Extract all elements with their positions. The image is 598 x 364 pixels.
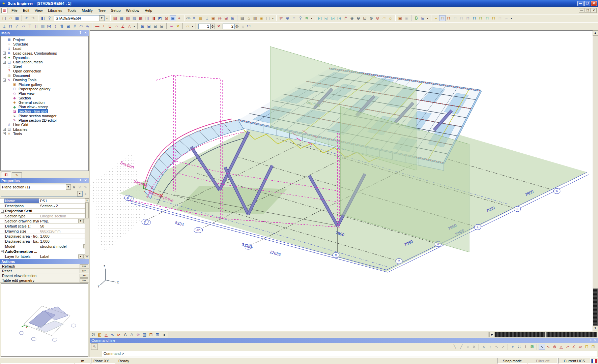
section-box-icon[interactable]: ▦ [118,15,125,21]
filter-edit-icon[interactable]: ∇ [71,185,77,189]
restore-button[interactable]: ❐ [584,1,590,6]
viewport-canvas[interactable]: BAABCD2345683343138522685780079507950594… [90,30,593,331]
tree-item-paperspace-gallery[interactable]: ▢Paperspace gallery [1,87,88,91]
light-icon[interactable]: ☼ [387,15,394,21]
mdi-restore-button[interactable]: ❐ [585,8,591,13]
column-icon[interactable]: ⌶ [1,23,7,29]
open-viewpoint-icon[interactable]: ▱ [381,15,387,21]
more-options-icon[interactable]: ▾ [426,15,429,21]
expander-icon[interactable]: + [3,61,6,64]
undo-icon[interactable]: ↶ [24,15,30,21]
vertical-member-icon[interactable]: ↕ [52,23,59,29]
chevron-down-icon[interactable]: ▼ [77,191,82,196]
print-preview-icon[interactable]: ⌂ [246,15,252,21]
action-more-button[interactable]: >>> [80,278,88,282]
tree-item-drawing-tools[interactable]: -✎Drawing Tools [1,78,88,82]
action-reset[interactable]: Reset>>> [0,269,89,273]
materials-icon[interactable]: ▦ [197,15,204,21]
table-find-icon[interactable]: ⊓ [471,15,478,21]
horizontal-scroll-track[interactable] [168,332,489,337]
menu-view[interactable]: View [32,7,46,13]
node-snap-icon[interactable]: ↖ [545,344,551,350]
render-filled-icon[interactable]: ▧ [125,15,131,21]
tree-item-structure[interactable]: ⌂Structure [1,42,88,46]
property-value[interactable]: 668x326mm [40,229,88,233]
draw-circle-icon[interactable]: ○ [113,23,120,29]
slab-icon[interactable]: ▥ [39,23,46,29]
wireframe-icon[interactable]: ∅ [90,332,96,338]
property-value[interactable]: Label [40,254,78,259]
minimize-button[interactable]: — [577,1,583,6]
scale-main-spinner[interactable]: 1▲▼ [198,24,215,29]
property-grid-scrollbar[interactable]: ▲▼ [85,199,89,259]
more-options-icon[interactable]: ▾ [105,15,109,21]
action-revert-view-direction[interactable]: Revert view direction>>> [0,273,89,278]
menu-modify[interactable]: Modify [79,7,95,13]
property-row-displayed-area-fro-[interactable]: Displayed area - fro...1,000 [0,234,89,239]
table-edit-icon[interactable]: ⊓ [446,15,452,21]
show-labels-icon[interactable]: ◩ [157,15,163,21]
label-flag-icon[interactable]: ⊳ [116,332,122,338]
tree-item-document[interactable]: ▥Document [1,73,88,78]
property-row-section-drawing-style[interactable]: Section drawing styleProj1▼... [0,219,89,224]
pin-icon[interactable]: ↧ [590,339,592,342]
intersection-snap-icon[interactable]: ⊗ [551,344,558,350]
collapse-group-icon[interactable]: − [1,210,4,213]
open-drawing-icon[interactable]: ▱ [184,23,191,29]
transform-icon[interactable]: ⇄ [278,15,284,21]
snap-angle-icon[interactable]: ∧ [481,344,487,350]
cursor-snap-icon[interactable]: ⌖ [510,344,516,350]
layers-icon[interactable]: ≡ [191,15,197,21]
tree-item-section-line-grid[interactable]: ◪Section - line grid [1,109,88,114]
menu-tree[interactable]: Tree [95,7,108,13]
tree-item-open-connection[interactable]: ?Open connection [1,69,88,73]
cross-section-icon[interactable]: ⌶ [204,15,210,21]
menu-edit[interactable]: Edit [20,7,32,13]
property-row-autogeneration-[interactable]: −AutoGeneration ... [0,249,89,254]
paste-view-icon[interactable]: ⊟ [152,23,159,29]
action-more-button[interactable]: >>> [80,269,88,273]
calculator-blue-icon[interactable]: ⊞ [229,15,236,21]
status-unit[interactable]: m [75,358,90,364]
wall-icon[interactable]: ▯ [33,23,39,29]
arc-member-icon[interactable]: ◠ [78,23,84,29]
gallery-icon[interactable]: ▥ [252,15,258,21]
chevron-down-icon[interactable]: ▼ [78,219,83,223]
table-update-icon[interactable]: ⊓ [484,15,490,21]
expander-icon[interactable]: - [3,79,6,82]
more-options-icon[interactable]: ▾ [510,15,513,21]
horizontal-scroll-thumb[interactable] [495,332,545,337]
line-grid-snap-icon[interactable]: ⊥ [522,344,529,350]
save-icon[interactable]: ▦ [14,15,20,21]
close-button[interactable]: ✕ [591,1,597,6]
point-grid-icon[interactable]: ∷ [291,15,297,21]
menu-libraries[interactable]: Libraries [45,7,65,13]
solid-render-icon[interactable]: ◧ [96,332,103,338]
eraser-icon[interactable]: ● [83,192,88,196]
zoom-in-icon[interactable]: ⊕ [349,15,355,21]
tree-item-general-section[interactable]: ◈General section [1,100,88,104]
table-snap-b-icon[interactable]: ⊞ [590,344,596,350]
cut-out-icon[interactable]: ✕ [175,23,181,29]
vertical-scrollbar[interactable]: ▲ ▼ [593,30,598,331]
view-z-icon[interactable]: ◲ [330,15,336,21]
show-loads-icon[interactable]: ◫ [144,15,150,21]
visibility-icon[interactable]: ∞ [168,23,175,29]
snap-target-icon[interactable]: ◎ [217,15,223,21]
tree-item-load-cases-combinations[interactable]: +⇊Load cases, Combinations [1,51,88,55]
filter-combo[interactable]: ▼ [1,191,83,197]
gallery-add-icon[interactable]: ⊞ [148,332,154,338]
mdi-minimize-button[interactable]: — [579,8,585,13]
pin-icon[interactable]: ↧ [78,31,83,35]
tree-item-tools[interactable]: +✕Tools [1,131,88,136]
font-size-icon[interactable]: A [122,332,129,338]
plate-icon[interactable]: ▱ [20,23,27,29]
paste-view2-icon[interactable]: ⊟ [159,23,165,29]
table-gray4-icon[interactable]: ⌐ [503,15,510,21]
property-value[interactable]: 50 [40,224,88,228]
close-panel-icon[interactable]: ✕ [83,179,88,183]
calculator-red-icon[interactable]: ⊞ [223,15,229,21]
scroll-right-icon[interactable]: ▶ [489,332,495,337]
status-plane[interactable]: Plane XY [91,358,115,364]
shrink-members-icon[interactable]: ▩ [138,15,144,21]
